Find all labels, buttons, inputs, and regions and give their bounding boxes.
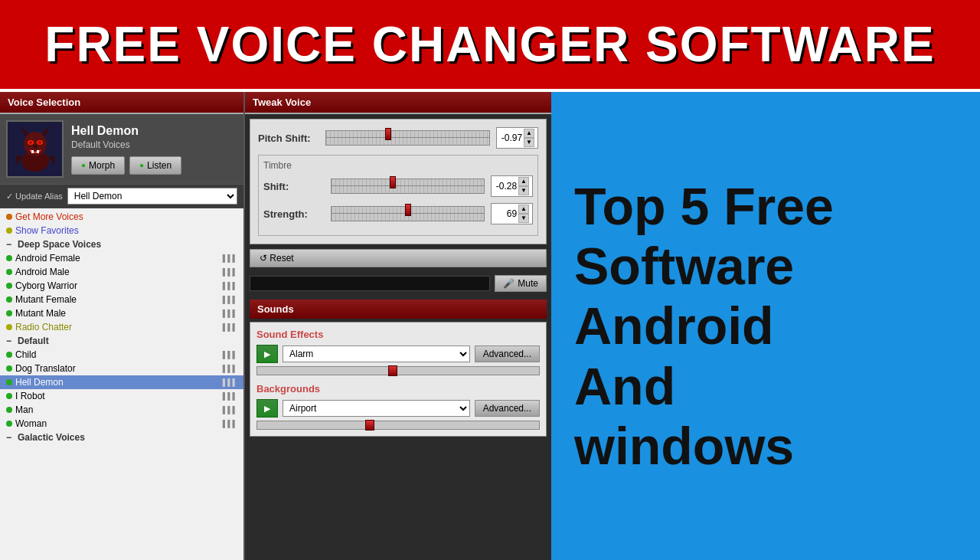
pitch-shift-value: -0.97 [500, 133, 522, 143]
backgrounds-label: Backgrounds [256, 383, 540, 395]
timbre-strength-slider[interactable] [331, 206, 485, 221]
microphone-icon: 🎤 [503, 278, 514, 289]
sound-effects-label: Sound Effects [256, 329, 540, 340]
volume-bar [250, 276, 490, 291]
list-item-label: Cyborg Warrior [15, 280, 77, 291]
bars-icon: ▌▌▌ [223, 296, 237, 303]
list-item-hell-demon[interactable]: Hell Demon ▌▌▌ [0, 375, 243, 389]
backgrounds-row: ▶ Airport Advanced... [256, 399, 540, 418]
timbre-strength-arrows[interactable]: ▲ ▼ [518, 205, 529, 223]
sound-effects-advanced-button[interactable]: Advanced... [475, 345, 540, 362]
voice-list[interactable]: Get More Voices Show Favorites − Deep Sp… [0, 208, 243, 560]
voice-selection-header: Voice Selection [0, 92, 243, 114]
bars-icon: ▌▌▌ [223, 420, 237, 427]
pitch-spinner-down[interactable]: ▼ [524, 138, 534, 147]
dot-icon [6, 407, 12, 413]
sound-effects-slider[interactable] [256, 366, 540, 375]
backgrounds-slider-thumb[interactable] [365, 420, 374, 431]
update-alias-checkbox-row[interactable]: ✓ Update Alias [6, 192, 63, 201]
current-voice-category: Default Voices [71, 139, 237, 150]
list-item-i-robot[interactable]: I Robot ▌▌▌ [0, 389, 243, 403]
promo-text-block: Top 5 Free Software Android And windows [574, 176, 834, 476]
backgrounds-dropdown[interactable]: Airport [283, 400, 470, 417]
morph-button[interactable]: Morph [71, 156, 125, 175]
list-item-android-female[interactable]: Android Female ▌▌▌ [0, 251, 243, 265]
list-item-android-male[interactable]: Android Male ▌▌▌ [0, 265, 243, 279]
list-item-label: Deep Space Voices [18, 239, 101, 250]
list-item-label: Woman [15, 418, 47, 429]
software-panel: Voice Selection [0, 92, 551, 560]
backgrounds-advanced-button[interactable]: Advanced... [475, 400, 540, 417]
bars-icon: ▌▌▌ [223, 268, 237, 276]
promo-line-3: Android [574, 296, 834, 355]
timbre-shift-spinner: -0.28 ▲ ▼ [491, 175, 533, 197]
backgrounds-play-button[interactable]: ▶ [256, 399, 278, 418]
volume-section: 🎤 Mute [245, 272, 551, 295]
dot-icon [6, 214, 12, 220]
sound-effects-play-button[interactable]: ▶ [256, 345, 278, 363]
list-item-get-more-voices[interactable]: Get More Voices [0, 210, 243, 224]
mute-button[interactable]: 🎤 Mute [495, 275, 547, 292]
sound-effects-dropdown[interactable]: Alarm [283, 345, 470, 362]
pitch-shift-label: Pitch Shift: [258, 133, 319, 144]
minus-icon: − [6, 239, 11, 250]
pitch-shift-row: Pitch Shift: -0.97 ▲ ▼ [258, 127, 538, 149]
timbre-shift-slider[interactable] [331, 178, 485, 194]
minus-icon: − [6, 336, 11, 346]
list-item-man[interactable]: Man ▌▌▌ [0, 403, 243, 417]
list-item-label: Get More Voices [15, 211, 83, 222]
listen-button[interactable]: Listen [129, 156, 181, 175]
list-item-label: Man [15, 404, 33, 415]
timbre-shift-thumb[interactable] [390, 176, 396, 188]
list-item-woman[interactable]: Woman ▌▌▌ [0, 417, 243, 431]
timbre-shift-label: Shift: [263, 181, 325, 192]
dot-icon [6, 352, 12, 358]
alias-dropdown[interactable]: Hell Demon [67, 188, 237, 205]
list-item-label: Radio Chatter [15, 322, 72, 332]
list-item-show-favorites[interactable]: Show Favorites [0, 224, 243, 237]
alias-row: ✓ Update Alias Hell Demon [0, 185, 243, 208]
minus-icon: − [6, 432, 11, 443]
timbre-strength-row: Strength: 69 ▲ ▼ [263, 203, 533, 224]
timbre-strength-up[interactable]: ▲ [518, 205, 529, 214]
timbre-strength-down[interactable]: ▼ [518, 214, 529, 223]
pitch-shift-spinner: -0.97 ▲ ▼ [496, 127, 538, 149]
list-item-mutant-female[interactable]: Mutant Female ▌▌▌ [0, 293, 243, 306]
bars-icon: ▌▌▌ [223, 351, 237, 359]
pitch-slider-thumb[interactable] [385, 128, 391, 140]
tweak-controls: Pitch Shift: -0.97 ▲ ▼ [250, 119, 547, 244]
sound-effects-slider-thumb[interactable] [388, 365, 397, 376]
mute-label: Mute [518, 278, 538, 289]
timbre-strength-value: 69 [495, 208, 517, 219]
dot-icon [6, 283, 12, 289]
timbre-shift-up[interactable]: ▲ [518, 177, 529, 186]
backgrounds-slider[interactable] [256, 421, 540, 430]
timbre-shift-track-top[interactable] [331, 178, 485, 186]
sounds-header: Sounds [250, 300, 547, 319]
list-item-dog-translator[interactable]: Dog Translator ▌▌▌ [0, 362, 243, 375]
tweak-voice-panel: Tweak Voice Pitch Shift: -0.97 [245, 92, 551, 560]
timbre-shift-down[interactable]: ▼ [518, 186, 529, 195]
pitch-spinner-arrows[interactable]: ▲ ▼ [524, 129, 534, 147]
dot-icon [6, 296, 12, 303]
pitch-spinner-up[interactable]: ▲ [524, 129, 534, 138]
timbre-shift-arrows[interactable]: ▲ ▼ [518, 177, 529, 195]
list-item-label: Mutant Female [15, 294, 77, 305]
voice-selection-panel: Voice Selection [0, 92, 245, 560]
timbre-group: Timbre Shift: -0.28 [258, 155, 538, 236]
bars-icon: ▌▌▌ [223, 282, 237, 290]
tweak-voice-header: Tweak Voice [245, 92, 551, 114]
list-item-label: Mutant Male [15, 308, 66, 319]
list-item-label: Android Female [15, 253, 80, 264]
list-item-mutant-male[interactable]: Mutant Male ▌▌▌ [0, 306, 243, 320]
timbre-label: Timbre [263, 160, 533, 171]
timbre-strength-thumb[interactable] [405, 204, 411, 216]
list-item-cyborg-warrior[interactable]: Cyborg Warrior ▌▌▌ [0, 279, 243, 293]
list-item-radio-chatter[interactable]: Radio Chatter ▌▌▌ [0, 320, 243, 334]
main-content: Voice Selection [0, 92, 980, 560]
list-item-child[interactable]: Child ▌▌▌ [0, 348, 243, 362]
reset-button[interactable]: ↺ Reset [250, 249, 547, 267]
pitch-slider-track-top[interactable] [325, 130, 490, 138]
timbre-strength-track-top[interactable] [331, 206, 485, 214]
current-voice-name: Hell Demon [71, 124, 237, 138]
